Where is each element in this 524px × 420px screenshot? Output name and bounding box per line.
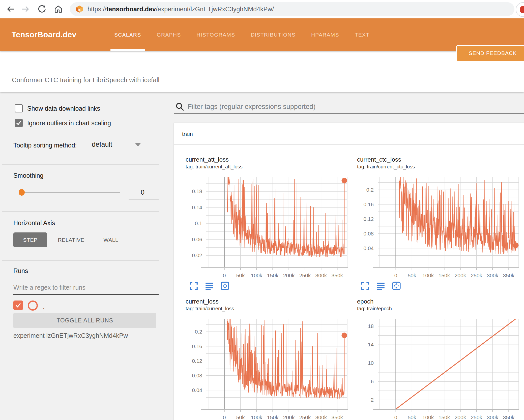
svg-text:250k: 250k [471, 414, 482, 420]
svg-text:0.1: 0.1 [195, 220, 202, 226]
svg-text:350k: 350k [503, 414, 515, 420]
smoothing-label: Smoothing [13, 172, 44, 179]
svg-text:50k: 50k [408, 273, 416, 278]
check-icon [16, 120, 22, 126]
tensorboard-favicon [75, 5, 83, 13]
chart-tag: tag: train/current_att_loss [186, 163, 348, 170]
svg-text:0: 0 [394, 273, 397, 278]
svg-text:0.14: 0.14 [192, 204, 202, 210]
runs-filter-input[interactable]: Write a regex to filter runs [13, 284, 85, 291]
runs-filter-underline [13, 294, 159, 295]
svg-text:300k: 300k [315, 273, 327, 278]
svg-text:0.04: 0.04 [192, 387, 202, 393]
chart-plot-current_att_loss[interactable]: 050k100k150k200k250k300k350k0.020.060.10… [177, 175, 353, 279]
svg-text:250k: 250k [471, 273, 482, 278]
run-color-swatch[interactable] [28, 301, 38, 311]
svg-text:0.16: 0.16 [192, 343, 202, 349]
svg-text:350k: 350k [332, 273, 343, 278]
experiment-id-line: experiment lzGnETjwRxC3yghNMd4kPw [13, 332, 128, 339]
ignore-outliers-checkbox[interactable] [15, 119, 23, 127]
chart-title: current_loss [186, 298, 348, 305]
tooltip-sorting-label: Tooltip sorting method: [13, 142, 77, 149]
browser-toolbar: https://tensorboard.dev/experiment/lzGnE… [0, 0, 524, 18]
filter-tags-input[interactable]: Filter tags (regular expressions support… [188, 103, 315, 111]
toggle-all-runs-button[interactable]: TOGGLE ALL RUNS [13, 313, 156, 328]
log-scale-icon[interactable] [205, 281, 214, 290]
svg-text:150k: 150k [439, 273, 450, 278]
sidebar-divider [2, 164, 159, 165]
smoothing-slider-thumb[interactable] [19, 189, 25, 196]
svg-text:50k: 50k [236, 273, 245, 278]
address-bar[interactable]: https://tensorboard.dev/experiment/lzGnE… [70, 2, 514, 16]
svg-text:0.16: 0.16 [363, 201, 374, 207]
forward-icon[interactable] [21, 5, 30, 14]
svg-text:200k: 200k [455, 273, 466, 278]
smoothing-value[interactable]: 0 [141, 189, 144, 196]
run-checkbox[interactable] [13, 301, 23, 310]
svg-text:100k: 100k [251, 273, 263, 278]
sidebar-divider [2, 211, 159, 212]
chevron-down-icon[interactable] [135, 143, 141, 146]
url-text: https://tensorboard.dev/experiment/lzGnE… [88, 6, 274, 13]
fit-domain-icon[interactable] [220, 281, 229, 290]
svg-text:2: 2 [371, 397, 374, 403]
tab-text[interactable]: TEXT [355, 18, 369, 51]
svg-text:50k: 50k [236, 414, 245, 420]
smoothing-value-underline [129, 199, 159, 199]
expand-icon[interactable] [361, 281, 370, 290]
fit-domain-icon[interactable] [392, 281, 401, 290]
smoothing-slider-track[interactable] [22, 192, 120, 193]
svg-text:300k: 300k [315, 414, 327, 420]
svg-text:200k: 200k [455, 414, 466, 420]
svg-text:18: 18 [368, 323, 374, 329]
svg-text:0.12: 0.12 [363, 216, 374, 222]
chart-plot-current_loss[interactable]: 050k100k150k200k250k300k350k0.040.080.12… [177, 317, 353, 420]
home-icon[interactable] [54, 5, 63, 14]
svg-text:250k: 250k [299, 273, 311, 278]
svg-text:150k: 150k [267, 414, 279, 420]
svg-text:0.08: 0.08 [363, 231, 374, 236]
axis-relative-button[interactable]: RELATIVE [53, 232, 89, 247]
chart-tag: tag: train/current_loss [186, 305, 348, 312]
svg-text:0.18: 0.18 [192, 188, 202, 194]
sidebar-divider [2, 260, 159, 261]
tooltip-sorting-underline [91, 152, 144, 152]
log-scale-icon[interactable] [376, 281, 385, 290]
axis-step-button[interactable]: STEP [13, 232, 47, 247]
chart-card-epoch: epochtag: train/epoch050k100k150k200k250… [348, 298, 519, 420]
chart-plot-current_ctc_loss[interactable]: 050k100k150k200k250k300k350k0.040.080.12… [348, 175, 524, 279]
svg-text:250k: 250k [299, 414, 311, 420]
experiment-title-bar [0, 51, 524, 92]
tab-hparams[interactable]: HPARAMS [311, 18, 339, 51]
tab-graphs[interactable]: GRAPHS [157, 18, 181, 51]
svg-text:300k: 300k [487, 414, 499, 420]
svg-text:0: 0 [223, 414, 226, 420]
svg-text:300k: 300k [487, 273, 499, 278]
expand-icon[interactable] [189, 281, 198, 290]
experiment-title: Conformer CTC training for LibriSpeech w… [12, 76, 159, 84]
tag-group-title[interactable]: train [182, 131, 193, 137]
svg-text:6: 6 [371, 378, 374, 384]
chart-plot-epoch[interactable]: 050k100k150k200k250k300k350k26101418 [348, 317, 524, 420]
back-icon[interactable] [6, 5, 15, 14]
extension-badge[interactable] [516, 2, 524, 17]
show-download-links-checkbox[interactable] [15, 104, 23, 112]
svg-text:100k: 100k [422, 414, 434, 420]
tag-group-divider [174, 144, 524, 145]
reload-icon[interactable] [37, 5, 46, 14]
ignore-outliers-label: Ignore outliers in chart scaling [27, 119, 111, 127]
svg-text:0.08: 0.08 [192, 373, 202, 378]
svg-text:0.02: 0.02 [192, 252, 202, 258]
chart-title: current_att_loss [186, 156, 348, 163]
send-feedback-button[interactable]: SEND FEEDBACK [456, 45, 524, 61]
tab-scalars[interactable]: SCALARS [114, 18, 141, 51]
tab-distributions[interactable]: DISTRIBUTIONS [251, 18, 296, 51]
svg-text:150k: 150k [439, 414, 450, 420]
svg-text:0.12: 0.12 [192, 358, 202, 364]
chart-toolbar [189, 281, 348, 290]
tab-histograms[interactable]: HISTOGRAMS [196, 18, 235, 51]
tooltip-sorting-select[interactable]: default [92, 141, 112, 148]
axis-wall-button[interactable]: WALL [100, 232, 122, 247]
svg-text:350k: 350k [503, 273, 515, 278]
show-download-links-label: Show data download links [27, 105, 100, 112]
